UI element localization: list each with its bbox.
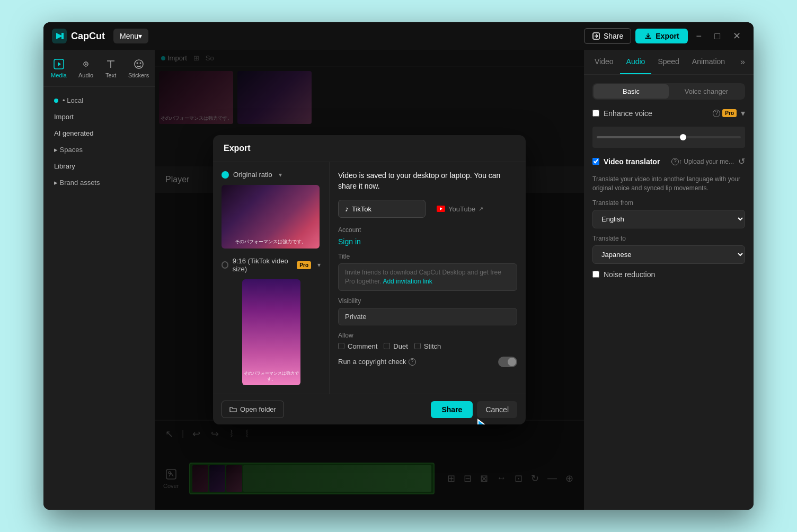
youtube-icon: [437, 206, 445, 212]
tool-media[interactable]: Media: [46, 54, 72, 83]
tiktok-icon: ♪: [345, 205, 349, 213]
tool-text[interactable]: Text: [100, 54, 122, 83]
main-content: Media Audio Text Stickers Effects: [43, 50, 754, 510]
noise-reduction-checkbox[interactable]: [592, 271, 599, 278]
platform-tabs: ♪ TikTok YouTube: [338, 200, 517, 218]
sidebar-local[interactable]: • Local: [48, 93, 150, 108]
stitch-checkbox[interactable]: [414, 343, 421, 349]
account-section: Account Sign in: [338, 226, 517, 246]
allow-options: Comment Duet Stitch: [338, 342, 517, 350]
svg-point-7: [136, 62, 138, 64]
modal-preview-panel: Original ratio ▾ そのパフォーマンスは強力です。: [213, 162, 330, 394]
tab-video[interactable]: Video: [588, 50, 620, 74]
enhance-info-icon[interactable]: ?: [713, 110, 720, 117]
enhance-expand[interactable]: ▾: [741, 108, 745, 118]
cancel-button[interactable]: Cancel: [477, 401, 517, 418]
export-modal: Export Original ratio ▾: [213, 135, 526, 424]
close-button[interactable]: ✕: [729, 28, 745, 44]
tab-animation[interactable]: Animation: [686, 50, 731, 74]
noise-reduction-row: Noise reduction: [592, 270, 745, 279]
toolbar: Media Audio Text Stickers Effects: [43, 50, 155, 87]
enhance-voice-row: Enhance voice ? Pro ▾: [592, 108, 745, 118]
visibility-section: Visibility Private: [338, 297, 517, 325]
right-panel: Video Audio Speed Animation » Basic Voic…: [584, 50, 754, 510]
minimize-button[interactable]: −: [692, 29, 706, 44]
platform-youtube[interactable]: YouTube ↗: [430, 200, 517, 218]
upload-me-btn[interactable]: ↑ Upload your me...: [679, 158, 734, 165]
svg-point-5: [85, 63, 87, 65]
video-preview-916: そのパフォーマンスは強力です。: [242, 279, 300, 385]
tab-speed[interactable]: Speed: [651, 50, 685, 74]
ratio-radio-original[interactable]: [222, 171, 229, 179]
ratio-option-original[interactable]: Original ratio ▾: [222, 171, 321, 179]
visibility-select[interactable]: Private: [338, 308, 517, 325]
svg-point-8: [139, 62, 141, 64]
audio-slider[interactable]: [592, 127, 745, 148]
title-section: Title Invite friends to download CapCut …: [338, 253, 517, 291]
sidebar-item-import[interactable]: Import: [48, 110, 150, 124]
video-translator-row: Video translator ? ↑ Upload your me... ↺: [592, 156, 745, 166]
app-window: CapCut Menu▾ Share Export − □: [43, 22, 754, 510]
right-panel-content: Basic Voice changer Enhance voice ? Pro …: [584, 75, 754, 510]
enhance-voice-checkbox[interactable]: [592, 110, 599, 117]
share-action-button[interactable]: Share: [431, 401, 473, 418]
sign-in-link[interactable]: Sign in: [338, 237, 361, 246]
share-button[interactable]: Share: [584, 28, 631, 44]
platform-tiktok[interactable]: ♪ TikTok: [338, 200, 426, 218]
center-area: Import ⊞ So そのパフォーマンスは強力です。: [155, 50, 584, 510]
maximize-button[interactable]: □: [710, 29, 724, 44]
sub-tab-basic[interactable]: Basic: [594, 84, 669, 99]
modal-header: Export: [213, 135, 526, 162]
pro-badge: Pro: [297, 261, 311, 269]
svg-rect-2: [645, 38, 651, 39]
title-bar: CapCut Menu▾ Share Export − □: [43, 22, 754, 50]
video-translator-section: Video translator ? ↑ Upload your me... ↺…: [592, 156, 745, 264]
ratio-option-916[interactable]: 9:16 (TikTok video size) Pro ▾: [222, 257, 321, 273]
translate-to-select[interactable]: Japanese: [592, 245, 745, 264]
comment-checkbox[interactable]: [338, 343, 344, 349]
modal-body: Original ratio ▾ そのパフォーマンスは強力です。: [213, 162, 526, 394]
cursor-arrow-icon: [475, 417, 504, 424]
sidebar-item-spaces[interactable]: ▸ Spaces: [48, 143, 150, 157]
title-input-display: Invite friends to download CapCut Deskto…: [338, 263, 517, 291]
sidebar-nav: • Local Import AI generated ▸ Spaces Lib…: [43, 87, 155, 510]
menu-button[interactable]: Menu▾: [113, 29, 148, 43]
copyright-toggle[interactable]: [498, 357, 517, 367]
modal-overlay: Export Original ratio ▾: [155, 50, 584, 510]
open-folder-button[interactable]: Open folder: [222, 401, 284, 418]
translate-to-row: Translate to Japanese: [592, 235, 745, 264]
video-translator-checkbox[interactable]: [592, 158, 599, 165]
logo: CapCut: [52, 29, 105, 43]
translate-from-select[interactable]: English: [592, 210, 745, 228]
allow-duet[interactable]: Duet: [384, 342, 408, 350]
video-preview-original: そのパフォーマンスは強力です。: [222, 185, 320, 249]
enhance-pro-badge: Pro: [722, 109, 737, 117]
window-actions: Share Export − □ ✕: [584, 28, 745, 44]
svg-marker-15: [478, 420, 499, 424]
sidebar-item-ai-generated[interactable]: AI generated: [48, 126, 150, 140]
translator-info-icon[interactable]: ?: [671, 158, 679, 165]
allow-section: Allow Comment Duet: [338, 332, 517, 350]
modal-share-panel: Video is saved to your desktop or laptop…: [330, 162, 526, 394]
sub-tabs: Basic Voice changer: [592, 83, 745, 100]
sidebar-item-library[interactable]: Library: [48, 159, 150, 173]
ratio-radio-916[interactable]: [222, 261, 228, 269]
translate-from-row: Translate from English: [592, 199, 745, 228]
reset-btn[interactable]: ↺: [738, 156, 745, 166]
allow-stitch[interactable]: Stitch: [414, 342, 441, 350]
copyright-section: Run a copyright check ?: [338, 357, 517, 367]
duet-checkbox[interactable]: [384, 343, 390, 349]
right-panel-tabs: Video Audio Speed Animation »: [584, 50, 754, 75]
left-sidebar: Media Audio Text Stickers Effects: [43, 50, 155, 510]
tool-audio[interactable]: Audio: [73, 54, 99, 83]
folder-icon: [229, 406, 237, 413]
sidebar-item-brand-assets[interactable]: ▸ Brand assets: [48, 175, 150, 190]
tab-audio[interactable]: Audio: [620, 50, 652, 74]
allow-comment[interactable]: Comment: [338, 342, 377, 350]
cursor-container: [475, 417, 504, 424]
tool-stickers[interactable]: Stickers: [123, 54, 154, 83]
export-button[interactable]: Export: [635, 29, 687, 43]
tab-more[interactable]: »: [736, 50, 749, 74]
sub-tab-voice-changer[interactable]: Voice changer: [669, 84, 744, 99]
copyright-info-icon[interactable]: ?: [409, 358, 416, 366]
